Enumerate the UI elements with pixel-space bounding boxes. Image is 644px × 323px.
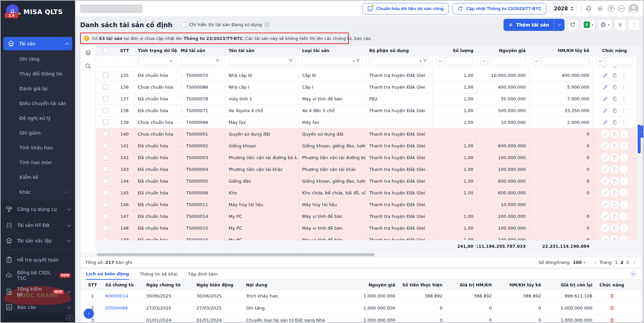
duplicate-icon[interactable] [610,200,619,209]
edit-icon[interactable] [601,142,609,150]
column-header-stt[interactable]: STT [115,45,134,55]
row-menu-icon[interactable]: ⋮ [620,165,628,173]
collapse-detail-button[interactable] [630,271,637,277]
print-button[interactable]: ▾ [598,19,612,31]
row-menu-icon[interactable]: ⋮ [620,71,628,79]
user-avatar[interactable] [629,4,639,14]
edit-icon[interactable] [601,165,609,173]
edit-icon[interactable] [601,71,609,79]
duplicate-icon[interactable] [610,130,619,138]
table-row[interactable]: 136Chưa chuẩn hóaTS000086Nhà cấp ICấp IT… [96,81,636,93]
row-menu-icon[interactable]: ⋮ [620,177,628,185]
search-icon[interactable] [85,63,92,70]
bell-icon[interactable] [585,5,592,12]
delete-icon[interactable] [609,306,614,311]
row-menu-icon[interactable]: ⋮ [620,224,628,232]
table-row[interactable]: 141Đã chuẩn hóaTS000002Giếng khoanGiếng … [96,140,636,152]
edit-icon[interactable] [601,67,609,69]
equals-operator[interactable]: = [436,57,444,65]
row-checkbox[interactable] [103,167,108,172]
next-page-button[interactable]: › [632,260,637,265]
detail-row[interactable]: 301/01/202401/01/2024Chuyển loại tài sản… [80,314,641,323]
filter-input[interactable] [445,57,473,65]
edit-icon[interactable] [601,189,609,197]
edit-icon[interactable] [601,212,609,220]
filter-input[interactable] [541,57,589,65]
duplicate-icon[interactable] [610,236,619,240]
add-asset-button[interactable]: +Thêm tài sản [504,19,565,31]
edit-icon[interactable] [601,95,609,103]
sidebar-item-tai-san[interactable]: Tài sản [3,37,72,50]
add-asset-dropdown[interactable] [554,19,565,31]
document-link[interactable]: GT000088 [105,306,128,311]
table-row[interactable]: 139Chưa chuẩn hóaTS000066Máy faxMáy fax1… [96,117,636,128]
sidebar-item-bao-cao[interactable]: Báo cáo [1,301,75,314]
duplicate-icon[interactable] [610,95,619,103]
sidebar-subitem-thay-oi-thong-tin[interactable]: Thay đổi thông tin [1,66,75,81]
page-number-2[interactable]: 2 [619,260,625,265]
prev-page-button[interactable]: ‹ [593,260,597,265]
duplicate-icon[interactable] [610,71,619,79]
duplicate-icon[interactable] [610,153,619,162]
vertical-scrollbar[interactable] [637,45,641,252]
equals-operator[interactable]: = [480,57,488,65]
column-header-chuc-nang[interactable]: Chức năng [593,45,636,55]
in-use-filter[interactable]: Chỉ hiển thị tài sản Đang sử dụng i [181,22,270,28]
row-checkbox[interactable] [103,178,108,184]
sidebar-collapse-button[interactable]: ‹ [66,314,73,321]
row-menu-icon[interactable]: ⋮ [620,189,628,197]
column-header-so-luong[interactable]: Số lượng [433,45,477,55]
row-checkbox[interactable] [103,143,108,148]
sidebar-item-tong-kiem-ke[interactable]: Tổng kiểm kêNEW [1,285,75,298]
column-header-ma-tai-san[interactable]: Mã tài sản [177,45,225,55]
table-row[interactable]: 137Đã chuẩn hóaTS000078máy tính 1Máy vi … [96,93,636,105]
edit-icon[interactable] [601,177,609,185]
sidebar-subitem-khac[interactable]: Khác⋯ [1,185,75,199]
filter-input[interactable] [181,57,222,65]
duplicate-icon[interactable] [610,83,619,91]
sidebar-item-cong-cu-dung-cu[interactable]: Công cụ dụng cụ [1,202,75,216]
table-row[interactable]: 135Đã chuẩn hóaTS000070Nhà cấp IIICấp II… [96,70,636,81]
duplicate-icon[interactable] [610,189,619,197]
row-checkbox[interactable] [103,131,108,137]
filter-input[interactable]: ▾ [302,57,362,65]
row-menu-icon[interactable]: ⋮ [620,67,628,69]
duplicate-icon[interactable] [610,118,619,126]
delete-icon[interactable] [609,318,614,323]
year-spinner[interactable]: 2028 [550,3,577,14]
row-menu-icon[interactable]: ⋮ [620,236,628,240]
duplicate-icon[interactable] [610,177,619,185]
row-checkbox[interactable] [103,73,108,78]
row-checkbox[interactable] [103,190,108,195]
table-row[interactable]: 145Đã chuẩn hóaTS000006KhoKho chứa, bể c… [96,187,636,199]
edit-icon[interactable] [601,236,609,240]
filter-input[interactable] [229,57,295,65]
row-checkbox[interactable] [103,120,108,125]
column-header-nguyen-gia[interactable]: Nguyên giá [477,45,529,55]
row-menu-icon[interactable]: ⋮ [620,83,628,91]
filter-funnel-icon[interactable] [216,59,220,63]
page-number-1[interactable]: 1 [613,260,619,265]
row-checkbox[interactable] [103,108,108,113]
sidebar-item-tai-san-xac-lap[interactable]: Tài sản xác lập [1,234,75,247]
row-menu-icon[interactable]: ⋮ [620,130,628,138]
spinner-arrows-icon[interactable] [571,6,573,11]
row-menu-icon[interactable]: ⋮ [620,106,628,114]
filter-funnel-icon[interactable] [423,59,427,63]
column-header-hm-kh-luy-ke[interactable]: HM/KH lũy kế [529,45,593,55]
table-row[interactable]: 146Đã chuẩn hóaTS000011Máy hủy tài liệuM… [96,199,636,211]
duplicate-icon[interactable] [610,106,619,114]
sidebar-subitem-ieu-chuyen-tai-san[interactable]: Điều chuyển tài sản [1,96,75,111]
row-menu-icon[interactable]: ⋮ [620,95,628,103]
column-header-bo-phan-su-dung[interactable]: Bộ phận sử dụng [366,45,433,55]
sidebar-subitem-ghi-giam[interactable]: Ghi giảm [1,126,75,140]
duplicate-icon[interactable] [610,67,619,69]
row-checkbox[interactable] [103,202,108,207]
filter-funnel-icon[interactable] [356,59,360,63]
rows-per-page-select[interactable]: 100▾ [573,260,585,265]
layers-icon[interactable] [85,49,92,56]
table-row[interactable]: 140Chưa chuẩn hóaTS000001Quyền sử dụng đ… [96,128,636,140]
expand-panel-button[interactable]: › [84,309,94,319]
duplicate-icon[interactable] [610,212,619,220]
sidebar-subitem-anh-gia-lai[interactable]: Đánh giá lại [1,81,75,96]
